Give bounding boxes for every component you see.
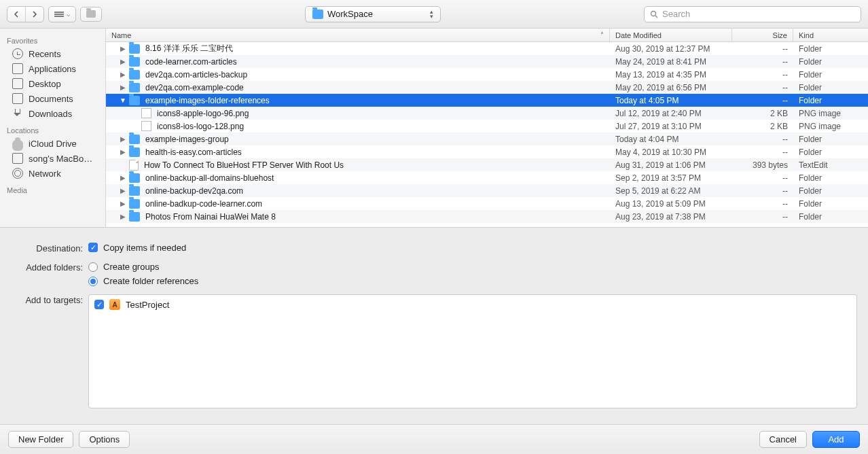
target-checkbox[interactable]	[94, 300, 104, 309]
file-name: example-images-folder-references	[145, 96, 270, 105]
sidebar-item[interactable]: Applications	[0, 61, 105, 76]
sidebar-item-label: Downloads	[29, 109, 72, 119]
file-name: icons8-ios-logo-128.png	[157, 122, 244, 131]
disclosure-triangle-icon[interactable]: ▶	[120, 187, 126, 194]
file-row[interactable]: ▶online-backup-dev2qa.comSep 5, 2019 at …	[106, 184, 868, 197]
target-row[interactable]: TestProject	[94, 299, 851, 310]
svg-line-4	[655, 16, 657, 18]
file-kind: Folder	[793, 147, 868, 157]
destination-label: Destination:	[11, 243, 83, 254]
sidebar-item[interactable]: Downloads	[0, 106, 105, 121]
sidebar-item[interactable]: iCloud Drive	[0, 136, 105, 151]
options-panel: Destination: Copy items if needed Added …	[0, 228, 868, 424]
file-name: online-backup-all-domains-bluehost	[145, 173, 274, 183]
file-row[interactable]: How To Connect To BlueHost FTP Server Wi…	[106, 158, 868, 171]
file-name: example-images-group	[145, 135, 229, 144]
file-name: online-badkup-code-learner.com	[145, 199, 262, 209]
disclosure-triangle-icon[interactable]: ▶	[120, 213, 126, 220]
file-size: 2 KB	[732, 109, 793, 118]
sidebar-section-header: Media	[0, 181, 105, 196]
chevron-down-icon: ⌵	[67, 11, 70, 18]
file-row[interactable]: ▶dev2qa.com-articles-backupMay 13, 2019 …	[106, 68, 868, 81]
sidebar-item-label: Applications	[29, 64, 76, 74]
column-size[interactable]: Size	[732, 29, 793, 41]
path-dropdown[interactable]: WorkSpace ▴▾	[305, 6, 441, 22]
disclosure-triangle-icon[interactable]: ▶	[120, 148, 126, 156]
folder-icon	[129, 135, 140, 144]
file-date: May 24, 2019 at 8:41 PM	[610, 57, 732, 67]
folder-icon	[129, 212, 140, 222]
file-name: icons8-apple-logo-96.png	[157, 109, 249, 118]
file-name: How To Connect To BlueHost FTP Server Wi…	[144, 160, 344, 170]
folder-icon	[129, 147, 140, 157]
search-input[interactable]: Search	[644, 6, 861, 22]
column-kind[interactable]: Kind	[793, 29, 868, 41]
disclosure-triangle-icon[interactable]: ▼	[120, 97, 126, 104]
create-groups-radio[interactable]	[88, 262, 98, 272]
folder-icon	[129, 96, 140, 105]
file-date: Sep 2, 2019 at 3:57 PM	[610, 173, 732, 183]
disclosure-triangle-icon[interactable]: ▶	[120, 200, 126, 207]
app-icon	[109, 299, 120, 310]
column-date[interactable]: Date Modified	[610, 29, 732, 41]
file-row[interactable]: icons8-apple-logo-96.pngJul 12, 2019 at …	[106, 107, 868, 120]
folder-icon	[129, 70, 140, 80]
file-date: Aug 23, 2019 at 7:38 PM	[610, 212, 732, 222]
file-kind: Folder	[793, 57, 868, 67]
disclosure-triangle-icon[interactable]: ▶	[120, 135, 126, 143]
group-button[interactable]	[80, 7, 102, 22]
sidebar-item[interactable]: Desktop	[0, 76, 105, 91]
sidebar-item-label: song's MacBo…	[29, 154, 92, 164]
disclosure-triangle-icon[interactable]: ▶	[120, 174, 126, 181]
folder-icon	[129, 44, 140, 54]
view-mode-button[interactable]: ⌵	[48, 6, 76, 22]
file-name: 8.16 洋洋 乐乐 二宝时代	[145, 43, 233, 54]
copy-items-checkbox[interactable]	[88, 243, 98, 252]
file-size: --	[732, 70, 793, 80]
file-name: code-learner.com-articles	[145, 57, 237, 67]
desktop-icon	[12, 78, 23, 89]
file-row[interactable]: ▼example-images-folder-referencesToday a…	[106, 94, 868, 107]
sidebar-item[interactable]: Network	[0, 166, 105, 181]
create-folder-references-label: Create folder references	[103, 276, 198, 286]
file-kind: Folder	[793, 199, 868, 209]
targets-list[interactable]: TestProject	[88, 294, 857, 408]
file-row[interactable]: icons8-ios-logo-128.pngJul 27, 2019 at 3…	[106, 120, 868, 133]
sidebar-item[interactable]: Documents	[0, 91, 105, 106]
disclosure-triangle-icon[interactable]: ▶	[120, 71, 126, 78]
target-name: TestProject	[126, 300, 169, 310]
file-name: dev2qa.com-example-code	[145, 83, 244, 92]
sidebar-item[interactable]: Recents	[0, 46, 105, 61]
sidebar-item[interactable]: song's MacBo…	[0, 151, 105, 166]
column-name[interactable]: Name ˄	[106, 29, 610, 41]
file-name: dev2qa.com-articles-backup	[145, 70, 247, 80]
new-folder-button[interactable]: New Folder	[8, 431, 73, 448]
file-row[interactable]: ▶health-is-easy.com-articlesMay 4, 2019 …	[106, 145, 868, 158]
folder-icon	[129, 199, 140, 209]
disclosure-triangle-icon[interactable]: ▶	[120, 58, 126, 65]
create-groups-label: Create groups	[103, 262, 159, 272]
disclosure-triangle-icon[interactable]: ▶	[120, 84, 126, 91]
forward-button[interactable]	[25, 7, 43, 22]
file-row[interactable]: ▶code-learner.com-articlesMay 24, 2019 a…	[106, 55, 868, 68]
file-row[interactable]: ▶online-backup-all-domains-bluehostSep 2…	[106, 171, 868, 184]
disclosure-triangle-icon[interactable]: ▶	[120, 45, 126, 52]
sidebar-item-label: Desktop	[29, 79, 61, 89]
cancel-button[interactable]: Cancel	[759, 431, 807, 448]
file-name: health-is-easy.com-articles	[145, 147, 242, 157]
file-row[interactable]: ▶8.16 洋洋 乐乐 二宝时代Aug 30, 2019 at 12:37 PM…	[106, 42, 868, 55]
create-folder-references-radio[interactable]	[88, 277, 98, 286]
folder-icon	[129, 173, 140, 183]
file-row[interactable]: ▶example-images-groupToday at 4:04 PM--F…	[106, 133, 868, 145]
file-row[interactable]: ▶dev2qa.com-example-codeMay 20, 2019 at …	[106, 81, 868, 94]
png-file-icon	[141, 108, 151, 118]
file-kind: Folder	[793, 186, 868, 196]
folder-icon	[312, 10, 323, 19]
added-folders-label: Added folders:	[11, 262, 83, 273]
file-row[interactable]: ▶online-badkup-code-learner.comAug 13, 2…	[106, 197, 868, 210]
add-button[interactable]: Add	[812, 431, 860, 448]
options-button[interactable]: Options	[79, 431, 130, 448]
file-kind: Folder	[793, 212, 868, 222]
file-row[interactable]: ▶Photos From Nainai HuaWei Mate 8Aug 23,…	[106, 210, 868, 223]
back-button[interactable]	[7, 7, 25, 22]
